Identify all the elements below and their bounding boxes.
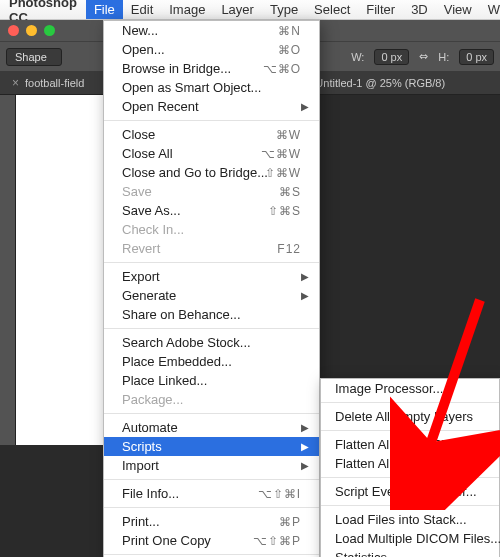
menu-window[interactable]: Windo (480, 0, 500, 19)
menu-layer[interactable]: Layer (213, 0, 262, 19)
menu-separator (104, 120, 319, 121)
menu-file[interactable]: File (86, 0, 123, 19)
menu-view[interactable]: View (436, 0, 480, 19)
file-menu-item[interactable]: Place Linked... (104, 371, 319, 390)
width-label: W: (351, 51, 364, 63)
menu-type[interactable]: Type (262, 0, 306, 19)
menu-item-label: File Info... (122, 486, 179, 501)
menu-item-label: Generate (122, 288, 176, 303)
submenu-arrow-icon: ▶ (301, 290, 309, 301)
menu-item-label: New... (122, 23, 158, 38)
file-menu-item[interactable]: Print...⌘P (104, 512, 319, 531)
menu-shortcut: ⌥⌘O (263, 62, 301, 76)
submenu-arrow-icon: ▶ (301, 422, 309, 433)
menu-shortcut: ⌘O (278, 43, 301, 57)
file-menu-item[interactable]: Close All⌥⌘W (104, 144, 319, 163)
menu-item-label: Flatten All Layer Effects (335, 437, 471, 452)
menubar: Photoshop CC File Edit Image Layer Type … (0, 0, 500, 20)
menu-item-label: Import (122, 458, 159, 473)
scripts-menu-item[interactable]: Flatten All Layer Effects (321, 435, 499, 454)
scripts-menu-item[interactable]: Script Events Manager... (321, 482, 499, 501)
scripts-menu-item[interactable]: Delete All Empty Layers (321, 407, 499, 426)
menu-shortcut: ⇧⌘S (268, 204, 301, 218)
file-menu-item[interactable]: Place Embedded... (104, 352, 319, 371)
file-menu-item[interactable]: Browse in Bridge...⌥⌘O (104, 59, 319, 78)
menu-filter[interactable]: Filter (358, 0, 403, 19)
shape-dropdown[interactable]: Shape (6, 48, 62, 66)
menu-separator (104, 554, 319, 555)
close-window-icon[interactable] (8, 25, 19, 36)
scripts-menu-item[interactable]: Statistics... (321, 548, 499, 557)
menu-item-label: Image Processor... (335, 381, 443, 396)
menu-select[interactable]: Select (306, 0, 358, 19)
file-menu-item[interactable]: Save As...⇧⌘S (104, 201, 319, 220)
scripts-menu-item[interactable]: Image Processor... (321, 379, 499, 398)
height-field[interactable]: 0 px (459, 49, 494, 65)
menu-3d[interactable]: 3D (403, 0, 436, 19)
file-menu-item[interactable]: Import▶ (104, 456, 319, 475)
file-menu-item: Check In... (104, 220, 319, 239)
scripts-menu-item[interactable]: Load Files into Stack... (321, 510, 499, 529)
menu-item-label: Close (122, 127, 155, 142)
menu-item-label: Close and Go to Bridge... (122, 165, 268, 180)
file-menu-item[interactable]: Export▶ (104, 267, 319, 286)
menu-item-label: Delete All Empty Layers (335, 409, 473, 424)
menu-item-label: Statistics... (335, 550, 398, 557)
menu-item-label: Load Multiple DICOM Files... (335, 531, 500, 546)
menu-item-label: Open as Smart Object... (122, 80, 261, 95)
file-menu-item[interactable]: Scripts▶ (104, 437, 319, 456)
tab-football-field[interactable]: × football-field (12, 76, 84, 90)
tools-panel[interactable] (0, 95, 16, 445)
file-menu-item[interactable]: Search Adobe Stock... (104, 333, 319, 352)
menu-item-label: Flatten All Masks (335, 456, 433, 471)
menu-item-label: Open Recent (122, 99, 199, 114)
menu-separator (321, 402, 499, 403)
tab-label: football-field (25, 77, 84, 89)
tab-label: Untitled-1 @ 25% (RGB/8) (315, 77, 445, 89)
file-menu-item[interactable]: Automate▶ (104, 418, 319, 437)
file-menu-item: Save⌘S (104, 182, 319, 201)
menu-item-label: Share on Behance... (122, 307, 241, 322)
file-menu-item[interactable]: File Info...⌥⇧⌘I (104, 484, 319, 503)
minimize-window-icon[interactable] (26, 25, 37, 36)
zoom-window-icon[interactable] (44, 25, 55, 36)
menu-separator (321, 505, 499, 506)
menu-item-label: Print... (122, 514, 160, 529)
menu-item-label: Browse in Bridge... (122, 61, 231, 76)
menu-shortcut: ⌥⌘W (261, 147, 301, 161)
scripts-menu-item[interactable]: Load Multiple DICOM Files... (321, 529, 499, 548)
menu-separator (104, 328, 319, 329)
menu-shortcut: ⌘S (279, 185, 301, 199)
tab-untitled-1[interactable]: × Untitled-1 @ 25% (RGB/8) (302, 76, 445, 90)
menu-item-label: Close All (122, 146, 173, 161)
link-icon[interactable]: ⇔ (419, 50, 428, 63)
menu-item-label: Automate (122, 420, 178, 435)
file-menu-item[interactable]: Close⌘W (104, 125, 319, 144)
submenu-arrow-icon: ▶ (301, 101, 309, 112)
file-menu-item[interactable]: Open Recent▶ (104, 97, 319, 116)
scripts-menu-item[interactable]: Flatten All Masks (321, 454, 499, 473)
file-menu-item[interactable]: New...⌘N (104, 21, 319, 40)
menu-separator (104, 413, 319, 414)
file-menu-item: Package... (104, 390, 319, 409)
menu-item-label: Open... (122, 42, 165, 57)
file-menu-item[interactable]: Open as Smart Object... (104, 78, 319, 97)
menu-item-label: Search Adobe Stock... (122, 335, 251, 350)
file-menu-item[interactable]: Share on Behance... (104, 305, 319, 324)
file-menu-item[interactable]: Generate▶ (104, 286, 319, 305)
menu-image[interactable]: Image (161, 0, 213, 19)
menu-item-label: Revert (122, 241, 160, 256)
menu-shortcut: ⌥⇧⌘I (258, 487, 301, 501)
file-menu-item[interactable]: Close and Go to Bridge...⇧⌘W (104, 163, 319, 182)
file-menu-item[interactable]: Print One Copy⌥⇧⌘P (104, 531, 319, 550)
submenu-arrow-icon: ▶ (301, 460, 309, 471)
menu-item-label: Script Events Manager... (335, 484, 477, 499)
menu-item-label: Print One Copy (122, 533, 211, 548)
close-tab-icon[interactable]: × (12, 76, 19, 90)
menu-shortcut: F12 (277, 242, 301, 256)
file-menu-item[interactable]: Open...⌘O (104, 40, 319, 59)
menu-edit[interactable]: Edit (123, 0, 161, 19)
menu-item-label: Place Linked... (122, 373, 207, 388)
width-field[interactable]: 0 px (374, 49, 409, 65)
menu-separator (321, 430, 499, 431)
